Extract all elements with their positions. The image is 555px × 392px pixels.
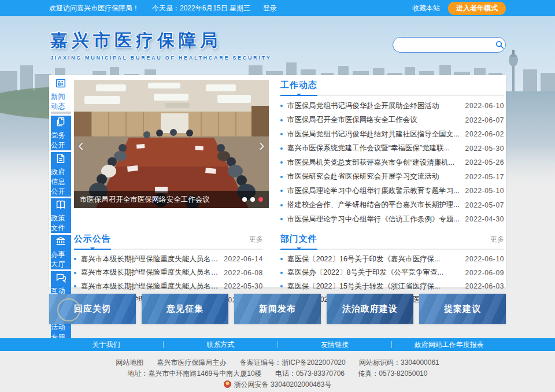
news-carousel[interactable]: ‹ › 市医保局召开全市医保网络安全工作会议 [74, 80, 269, 208]
banner-label: 提案建议 [444, 304, 481, 315]
banner-law-government[interactable]: 法治政府建设 [327, 294, 413, 324]
banner-proposals[interactable]: 提案建议 [419, 294, 506, 324]
pages-icon [54, 116, 67, 128]
search-input[interactable] [393, 41, 494, 49]
host-text: 嘉兴市医疗保障局主办 [157, 358, 227, 367]
news-date: 2022-05-07 [465, 201, 504, 209]
list-item[interactable]: 嘉医保办〔2022〕8号关于印发《公平竞争审查...2022-06-09 [280, 266, 504, 280]
bullet-dot [280, 133, 283, 135]
carousel-caption[interactable]: 市医保局召开全市医保网络安全工作会议 [80, 195, 238, 205]
fax-text: 传真：0573-82050010 [358, 369, 427, 378]
newspaper-icon [54, 77, 67, 90]
footer-link-annual-report[interactable]: 政府网站工作年度报表 [392, 340, 506, 350]
today-date: 今天是：2022年6月15日 星期三 [152, 3, 250, 13]
bullet-dot [280, 190, 283, 192]
news-date: 2022-06-08 [224, 269, 262, 277]
sidebar-item-party-affairs[interactable]: 党务公开 [51, 116, 71, 150]
footer-line-2: 地址：嘉兴市中环南路1469号中南大厦10楼 电话：0573-83370706 … [0, 368, 555, 379]
site-id-number: 网站标识码：3304000061 [359, 358, 439, 367]
list-item[interactable]: 市医保局召开全市医保网络安全工作会议2022-06-07 [280, 113, 504, 128]
site-subtitle: JIAXING MUNICIPAL BUREAU OF HEALTHCARE S… [50, 55, 271, 61]
sitemap-link[interactable]: 网站地图 [116, 358, 143, 367]
news-date: 2022-05-30 [224, 282, 262, 290]
book-icon [54, 198, 67, 211]
list-item[interactable]: 市医保局理论学习中心组举行《信访工作条例》专题...2022-04-30 [280, 212, 504, 227]
carousel-dot-3-active[interactable] [258, 197, 263, 202]
list-item[interactable]: 嘉兴市本级长期护理保险重度失能人员名单公示（2...2022-06-08 [74, 266, 263, 280]
news-date: 2022-06-07 [465, 116, 504, 124]
banner-opinion-collection[interactable]: 意见征集 [142, 294, 228, 324]
phone-text: 电话：0573-83370706 [275, 369, 345, 378]
list-item[interactable]: 市医保研究会赴省医保研究会开展学习交流活动2022-05-17 [280, 170, 504, 184]
banner-label: 法治政府建设 [342, 304, 398, 315]
bullet-dot [280, 176, 283, 178]
footer-nav-bar: 关于我们 联系方式 友情链接 政府网站工作年度报表 [0, 338, 555, 351]
sidebar-item-news[interactable]: 新闻动态 [51, 77, 71, 114]
footer-line-3: 浙公网安备 33040202000463号 [0, 379, 555, 390]
news-title: 嘉兴市本级长期护理保险重度失能人员名单公示（2... [81, 254, 224, 264]
notices-more-link[interactable]: 更多 [249, 235, 263, 245]
list-item[interactable]: 搭建校企合作、产学研相结合的平台嘉兴市长期护理...2022-05-07 [280, 198, 504, 213]
footer-line-1: 网站地图 嘉兴市医疗保障局主办 备案证编号：浙ICP备2022007020 网站… [0, 357, 555, 368]
site-title: 嘉兴市医疗保障局 [50, 29, 271, 53]
main-column: ‹ › 市医保局召开全市医保网络安全工作会议 工作动态 [71, 77, 504, 286]
list-item[interactable]: 嘉医保〔2022〕16号关于印发《嘉兴市医疗保...2022-06-10 [280, 253, 504, 267]
sidebar-item-gov-info[interactable]: 政府信息公开 [51, 152, 71, 197]
news-title: 嘉兴市医保系统党建工作会议暨“幸福医保”党建联... [287, 143, 465, 153]
news-date: 2022-06-14 [224, 255, 262, 263]
banner-news-release[interactable]: 新闻发布 [234, 294, 321, 324]
news-title: 市医保局召开全市医保网络安全工作会议 [287, 115, 465, 125]
footer-link-contact[interactable]: 联系方式 [164, 340, 278, 350]
bullet-dot [280, 204, 283, 206]
carousel-prev-icon[interactable]: ‹ [78, 136, 84, 154]
news-date: 2022-05-17 [465, 173, 504, 181]
elder-mode-button[interactable]: 进入老年模式 [448, 2, 506, 15]
section-title-dept-files: 部门文件 [280, 234, 317, 245]
chat-icon [54, 271, 67, 284]
welcome-text: 欢迎访问嘉兴市医疗保障局！ [49, 3, 139, 13]
banner-respond-concerns[interactable]: 回应关切 [49, 294, 136, 324]
bullet-dot [280, 147, 283, 150]
news-title: 嘉医保办〔2022〕8号关于印发《公平竞争审查... [287, 268, 465, 278]
search-box [393, 37, 506, 53]
list-item[interactable]: 嘉兴市本级长期护理保险重度失能人员名单公示（2...2022-06-14 [74, 253, 263, 267]
top-utility-bar: 欢迎访问嘉兴市医疗保障局！ 今天是：2022年6月15日 星期三 登录 收藏本站… [0, 0, 555, 16]
list-item[interactable]: 市医保局党组书记冯俊华赴结对共建社区指导全国文...2022-06-02 [280, 127, 504, 142]
news-title: 市医保局党组书记冯俊华赴结对共建社区指导全国文... [287, 130, 465, 139]
bullet-dot [280, 119, 283, 121]
sidebar-item-policy-files[interactable]: 政策文件 [51, 198, 71, 233]
bullet-dot [280, 272, 283, 274]
list-item[interactable]: 嘉兴市医保系统党建工作会议暨“幸福医保”党建联...2022-05-30 [280, 142, 504, 156]
news-title: 市医保研究会赴省医保研究会开展学习交流活动 [287, 172, 465, 182]
list-item[interactable]: 市医保局党组书记冯俊华赴企开展助企纾困活动2022-06-10 [280, 99, 504, 113]
news-title: 市医保局机关党总支部获评嘉兴市争创“建设清廉机... [287, 158, 465, 168]
footer-link-about[interactable]: 关于我们 [49, 340, 163, 350]
list-item[interactable]: 嘉兴市本级长期护理保险重度失能人员名单公示（2...2022-05-30 [74, 280, 263, 294]
search-button[interactable] [494, 38, 505, 52]
news-date: 2022-06-03 [465, 282, 504, 290]
news-date: 2022-06-10 [465, 102, 504, 110]
carousel-next-icon[interactable]: › [259, 136, 265, 154]
carousel-dots [242, 197, 263, 202]
icp-number: 备案证编号：浙ICP备2022007020 [240, 358, 346, 367]
news-date: 2022-05-10 [465, 187, 504, 195]
security-record-text[interactable]: 浙公网安备 33040202000463号 [234, 380, 332, 389]
work-news-section: 工作动态 市医保局党组书记冯俊华赴企开展助企纾困活动2022-06-10 市医保… [280, 80, 504, 227]
list-item[interactable]: 市医保局理论学习中心组举行廉政警示教育专题学习...2022-05-10 [280, 184, 504, 198]
carousel-dot-2[interactable] [250, 197, 255, 202]
favorite-site-link[interactable]: 收藏本站 [412, 3, 440, 13]
sidebar-item-label: 政策文件 [51, 213, 71, 233]
search-icon [495, 40, 504, 49]
news-date: 2022-05-30 [465, 145, 504, 153]
footer-link-friendly-links[interactable]: 友情链接 [278, 340, 392, 350]
main-content-card: 新闻动态 党务公开 政府信息公开 政策文件 [49, 75, 506, 287]
list-item[interactable]: 市医保局机关党总支部获评嘉兴市争创“建设清廉机...2022-05-26 [280, 156, 504, 170]
dept-files-more-link[interactable]: 更多 [490, 235, 504, 245]
login-link[interactable]: 登录 [263, 3, 277, 13]
bullet-dot [74, 285, 76, 287]
sidebar-item-service-hall[interactable]: 办事大厅 [51, 235, 71, 269]
banner-label: 意见征集 [166, 304, 204, 315]
carousel-dot-1[interactable] [242, 197, 247, 202]
news-title: 市医保局党组书记冯俊华赴企开展助企纾困活动 [287, 101, 465, 111]
list-item[interactable]: 嘉医保〔2022〕15号关于转发《浙江省医疗保...2022-06-03 [280, 280, 504, 294]
